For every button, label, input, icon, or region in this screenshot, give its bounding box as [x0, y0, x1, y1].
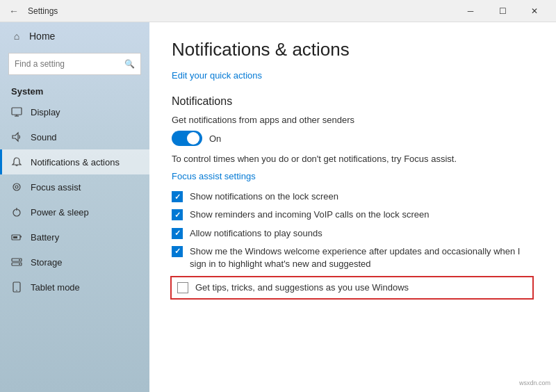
battery-label: Battery — [31, 232, 59, 243]
sidebar-item-focus[interactable]: Focus assist — [0, 174, 149, 199]
sound-icon — [11, 131, 22, 142]
sound-label: Sound — [31, 132, 57, 142]
checkbox-row-welcome: ✓ Show me the Windows welcome experience… — [172, 245, 534, 270]
window-controls: ─ ☐ ✕ — [455, 0, 550, 22]
notifications-label: Notifications & actions — [31, 157, 120, 168]
power-label: Power & sleep — [31, 207, 89, 218]
check-icon: ✓ — [174, 229, 181, 237]
checkbox-tips[interactable] — [177, 282, 188, 293]
checkbox-lock-screen[interactable]: ✓ — [172, 191, 183, 202]
display-icon — [11, 106, 22, 117]
content-area: Notifications & actions Edit your quick … — [149, 22, 556, 392]
quick-actions-link[interactable]: Edit your quick actions — [172, 70, 262, 81]
check-icon: ✓ — [174, 211, 181, 219]
svg-point-14 — [19, 263, 20, 265]
section-label: System — [0, 81, 149, 99]
svg-point-13 — [19, 259, 20, 261]
notifications-icon — [11, 156, 22, 168]
sidebar-item-notifications[interactable]: Notifications & actions — [0, 149, 149, 174]
search-box: 🔍 — [8, 53, 141, 75]
svg-point-5 — [15, 186, 18, 188]
checkbox-row-lock-screen: ✓ Show notifications on the lock screen — [172, 190, 534, 203]
sidebar-item-storage[interactable]: Storage — [0, 250, 149, 275]
checkboxes-section: ✓ Show notifications on the lock screen … — [172, 190, 534, 300]
checkbox-label-tips: Get tips, tricks, and suggestions as you… — [195, 281, 409, 294]
storage-label: Storage — [31, 257, 63, 268]
checkbox-label-lock-screen: Show notifications on the lock screen — [190, 190, 338, 203]
checkbox-label-voip: Show reminders and incoming VoIP calls o… — [190, 209, 429, 221]
watermark: wsxdn.com — [519, 379, 550, 386]
battery-icon — [11, 231, 22, 243]
checkbox-row-voip: ✓ Show reminders and incoming VoIP calls… — [172, 209, 534, 221]
storage-icon — [11, 256, 22, 268]
svg-rect-10 — [13, 236, 17, 238]
main-layout: ⌂ Home 🔍 System Display Sound Notificati… — [0, 22, 556, 392]
checkbox-row-sounds: ✓ Allow notifications to play sounds — [172, 227, 534, 240]
display-label: Display — [31, 107, 60, 117]
svg-rect-0 — [12, 108, 22, 115]
svg-point-16 — [16, 290, 17, 291]
sidebar-item-sound[interactable]: Sound — [0, 124, 149, 149]
search-icon: 🔍 — [124, 59, 135, 69]
checkbox-voip[interactable]: ✓ — [172, 209, 183, 220]
focus-assist-text: To control times when you do or don't ge… — [172, 153, 534, 165]
back-button[interactable]: ← — [6, 3, 22, 19]
focus-assist-link[interactable]: Focus assist settings — [172, 171, 256, 181]
svg-point-4 — [13, 183, 20, 190]
toggle-label: On — [209, 133, 221, 144]
sidebar-item-tablet[interactable]: Tablet mode — [0, 275, 149, 300]
window-title: Settings — [28, 6, 58, 16]
sidebar-item-battery[interactable]: Battery — [0, 224, 149, 250]
home-label: Home — [29, 31, 55, 42]
title-bar: ← Settings ─ ☐ ✕ — [0, 0, 556, 22]
notification-desc: Get notifications from apps and other se… — [172, 115, 534, 125]
sidebar-item-display[interactable]: Display — [0, 99, 149, 124]
checkbox-row-tips: Get tips, tricks, and suggestions as you… — [170, 276, 534, 300]
checkbox-welcome[interactable]: ✓ — [172, 246, 183, 257]
sidebar: ⌂ Home 🔍 System Display Sound Notificati… — [0, 22, 149, 392]
tablet-label: Tablet mode — [31, 282, 80, 293]
sidebar-item-power[interactable]: Power & sleep — [0, 199, 149, 224]
check-icon: ✓ — [174, 247, 181, 255]
checkbox-label-welcome: Show me the Windows welcome experience a… — [190, 245, 534, 270]
home-icon: ⌂ — [11, 31, 22, 42]
close-button[interactable]: ✕ — [518, 0, 550, 22]
notifications-heading: Notifications — [172, 95, 534, 108]
restore-button[interactable]: ☐ — [486, 0, 518, 22]
page-title: Notifications & actions — [172, 39, 534, 60]
power-icon — [11, 206, 22, 218]
notifications-toggle-row: On — [172, 131, 534, 146]
svg-marker-3 — [13, 133, 18, 141]
notifications-toggle[interactable] — [172, 131, 202, 146]
focus-label: Focus assist — [31, 182, 81, 193]
search-input[interactable] — [15, 59, 120, 69]
minimize-button[interactable]: ─ — [455, 0, 486, 22]
focus-icon — [11, 181, 22, 193]
tablet-icon — [11, 281, 22, 293]
sidebar-item-home[interactable]: ⌂ Home — [0, 22, 149, 50]
check-icon: ✓ — [174, 193, 181, 201]
checkbox-sounds[interactable]: ✓ — [172, 228, 183, 239]
checkbox-label-sounds: Allow notifications to play sounds — [190, 227, 322, 240]
